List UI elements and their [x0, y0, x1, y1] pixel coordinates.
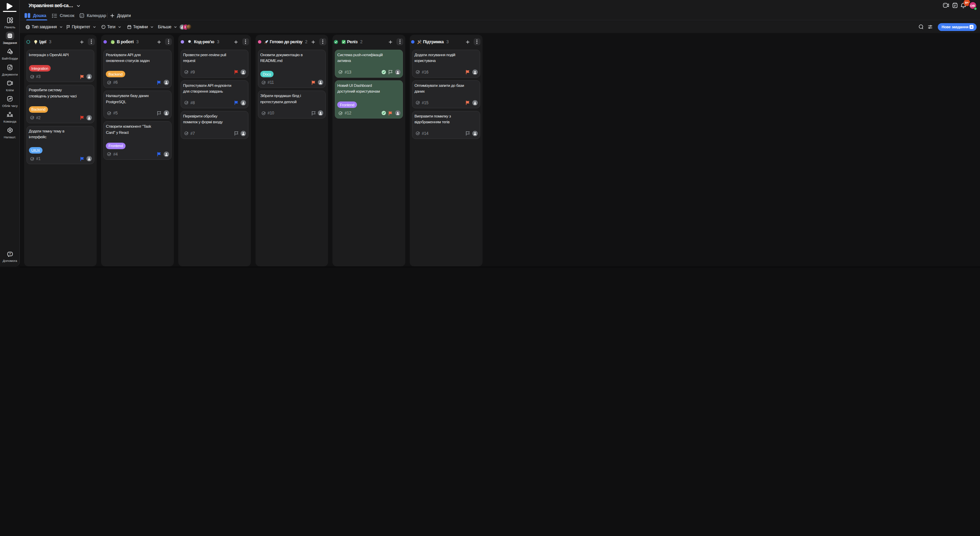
svg-text:?: ? — [9, 252, 11, 255]
